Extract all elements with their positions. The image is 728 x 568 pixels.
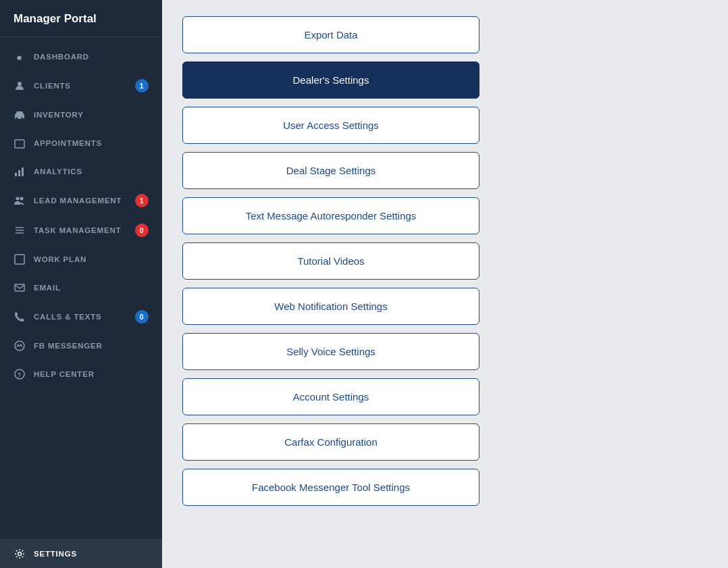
tutorial-videos-button[interactable]: Tutorial Videos: [182, 242, 479, 280]
dealers-settings-button[interactable]: Dealer's Settings: [182, 61, 479, 99]
svg-rect-5: [15, 173, 17, 176]
sidebar-item-label-settings: SETTINGS: [34, 550, 77, 558]
sidebar-item-label-inventory: INVENTORY: [34, 111, 84, 119]
web-notification-settings-button[interactable]: Web Notification Settings: [182, 288, 479, 325]
appointments-icon: [14, 137, 26, 149]
email-icon: [14, 282, 26, 294]
sidebar-item-lead-management[interactable]: LEAD MANAGEMENT1: [0, 186, 162, 215]
badge-clients: 1: [135, 79, 149, 93]
account-settings-button[interactable]: Account Settings: [182, 378, 479, 415]
sidebar-item-label-email: EMAIL: [34, 284, 61, 292]
user-access-settings-button[interactable]: User Access Settings: [182, 107, 479, 144]
sidebar-item-label-help-center: HELP CENTER: [34, 370, 95, 378]
badge-lead-management: 1: [135, 194, 149, 207]
svg-rect-7: [22, 167, 24, 176]
task-management-icon: [14, 224, 26, 236]
lead-management-icon: [14, 195, 26, 207]
work-plan-icon: [14, 253, 26, 265]
sidebar-item-label-dashboard: DASHBOARD: [34, 53, 89, 61]
fb-messenger-icon: [14, 340, 26, 352]
sidebar-item-dashboard[interactable]: ●DASHBOARD: [0, 43, 162, 71]
facebook-messenger-tool-button[interactable]: Facebook Messenger Tool Settings: [182, 469, 479, 506]
sidebar-item-label-analytics: ANALYTICS: [34, 167, 82, 176]
help-center-icon: ?: [14, 368, 26, 380]
sidebar-bottom: SETTINGS: [0, 539, 162, 568]
sidebar-item-appointments[interactable]: APPOINTMENTS: [0, 129, 162, 157]
sidebar-item-work-plan[interactable]: WORK PLAN: [0, 245, 162, 274]
sidebar-item-analytics[interactable]: ANALYTICS: [0, 157, 162, 186]
svg-rect-14: [15, 284, 24, 291]
sidebar-item-help-center[interactable]: ?HELP CENTER: [0, 360, 162, 388]
selly-voice-settings-button[interactable]: Selly Voice Settings: [182, 333, 479, 370]
svg-rect-6: [18, 170, 20, 176]
sidebar-item-email[interactable]: EMAIL: [0, 274, 162, 302]
sidebar-item-label-work-plan: WORK PLAN: [34, 255, 86, 263]
sidebar-item-calls-texts[interactable]: CALLS & TEXTS0: [0, 302, 162, 332]
svg-point-9: [20, 197, 24, 201]
sidebar-item-task-management[interactable]: TASK MANAGEMENT0: [0, 215, 162, 245]
svg-rect-4: [15, 140, 24, 148]
badge-task-management: 0: [135, 224, 149, 237]
clients-icon: [14, 80, 26, 92]
sidebar-item-label-lead-management: LEAD MANAGEMENT: [34, 197, 122, 205]
carfax-configuration-button[interactable]: Carfax Configuration: [182, 423, 479, 461]
sidebar-item-label-task-management: TASK MANAGEMENT: [34, 226, 121, 234]
sidebar-item-inventory[interactable]: INVENTORY: [0, 101, 162, 129]
calls-texts-icon: [14, 311, 26, 323]
app-logo: Manager Portal: [0, 0, 162, 37]
main-content: Export DataDealer's SettingsUser Access …: [162, 0, 728, 568]
sidebar-nav: ●DASHBOARDCLIENTS1INVENTORYAPPOINTMENTSA…: [0, 37, 162, 539]
svg-point-2: [16, 118, 18, 120]
dashboard-icon: ●: [14, 51, 26, 63]
settings-icon: [14, 548, 26, 560]
sidebar-item-label-clients: CLIENTS: [34, 82, 71, 90]
sidebar-item-label-fb-messenger: FB MESSENGER: [34, 342, 103, 350]
sidebar-item-label-calls-texts: CALLS & TEXTS: [34, 313, 102, 321]
sidebar-item-settings[interactable]: SETTINGS: [0, 540, 162, 568]
sidebar: Manager Portal ●DASHBOARDCLIENTS1INVENTO…: [0, 0, 162, 568]
svg-point-0: [18, 82, 22, 86]
svg-text:?: ?: [18, 371, 22, 378]
deal-stage-settings-button[interactable]: Deal Stage Settings: [182, 152, 479, 189]
svg-point-3: [22, 118, 24, 120]
text-message-autoresponder-button[interactable]: Text Message Autoresponder Settings: [182, 197, 479, 234]
sidebar-item-fb-messenger[interactable]: FB MESSENGER: [0, 332, 162, 360]
inventory-icon: [14, 109, 26, 121]
svg-rect-13: [15, 255, 24, 264]
svg-point-8: [16, 197, 20, 201]
export-data-button[interactable]: Export Data: [182, 16, 479, 53]
badge-calls-texts: 0: [135, 310, 149, 324]
svg-point-18: [18, 552, 22, 556]
analytics-icon: [14, 165, 26, 178]
sidebar-item-label-appointments: APPOINTMENTS: [34, 139, 102, 147]
sidebar-item-clients[interactable]: CLIENTS1: [0, 71, 162, 101]
